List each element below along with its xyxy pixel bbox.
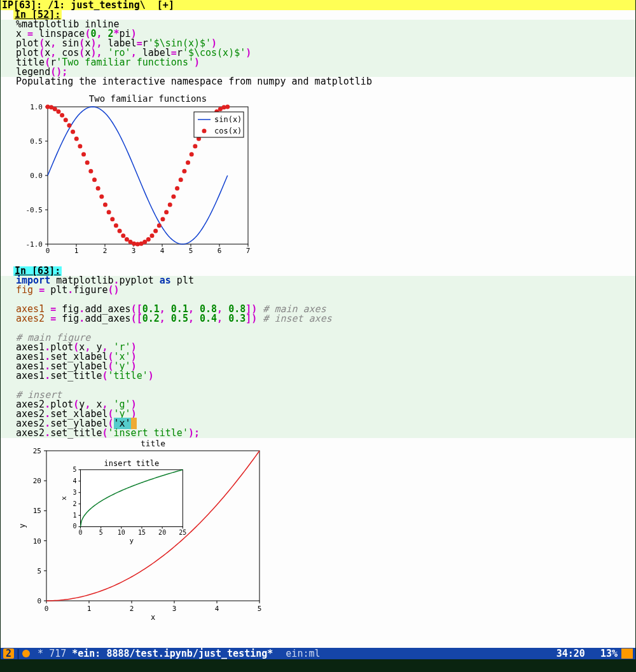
svg-text:4: 4 [73, 477, 76, 484]
svg-point-59 [157, 223, 162, 228]
svg-point-56 [146, 237, 151, 242]
svg-point-55 [142, 240, 147, 244]
scroll-percent: 13% [600, 648, 618, 659]
svg-text:cos(x): cos(x) [214, 127, 242, 135]
svg-point-40 [88, 169, 93, 174]
svg-text:0: 0 [73, 523, 76, 530]
svg-text:1: 1 [73, 512, 76, 519]
svg-point-78 [225, 105, 230, 109]
svg-text:2: 2 [130, 605, 134, 613]
svg-text:2: 2 [73, 500, 76, 507]
svg-point-34 [67, 123, 71, 128]
svg-text:sin(x): sin(x) [214, 115, 242, 124]
svg-rect-113 [81, 470, 183, 527]
svg-point-61 [164, 210, 169, 214]
svg-point-45 [107, 210, 111, 214]
status-dot-icon [22, 650, 30, 657]
mode-line: 2 | * 717 *ein: 8888/test.ipynb/just_tes… [1, 648, 635, 659]
svg-point-39 [85, 160, 90, 165]
svg-point-50 [125, 237, 129, 242]
svg-text:1: 1 [74, 247, 79, 255]
svg-text:10: 10 [118, 529, 125, 536]
svg-point-60 [160, 217, 165, 221]
svg-point-41 [92, 177, 97, 182]
svg-text:-0.5: -0.5 [26, 206, 43, 214]
svg-point-66 [182, 169, 186, 174]
svg-text:title: title [141, 439, 165, 448]
svg-text:5: 5 [99, 529, 103, 536]
svg-point-47 [114, 223, 118, 228]
svg-text:0.5: 0.5 [30, 137, 43, 146]
svg-text:5: 5 [73, 466, 76, 473]
svg-point-67 [186, 160, 190, 165]
code-cell-52[interactable]: %matplotlib inline x = linspace(0, 2*pi)… [1, 20, 635, 77]
svg-point-30 [53, 107, 57, 111]
chart-two-familiar-functions: Two familiar functions01234567-1.0-0.50.… [16, 93, 258, 258]
svg-point-82 [202, 129, 207, 134]
svg-point-35 [71, 130, 75, 134]
svg-point-49 [121, 233, 125, 238]
svg-text:y: y [130, 537, 134, 545]
figure-output-2: title0123450510152025xyinsert title05101… [1, 438, 635, 631]
svg-point-48 [118, 229, 122, 233]
status-block-icon [621, 648, 633, 659]
svg-text:4: 4 [215, 605, 219, 613]
svg-point-58 [153, 229, 158, 233]
figure-output-1: Two familiar functions01234567-1.0-0.50.… [1, 86, 635, 266]
emacs-window: IP[63]: /1: just_testing\ [+] In [52]: %… [1, 0, 635, 659]
svg-point-65 [179, 177, 183, 182]
svg-point-36 [74, 137, 79, 141]
svg-text:x: x [60, 496, 69, 500]
cursor-position: 34:20 [556, 648, 585, 659]
line-count: 717 [49, 648, 66, 659]
svg-text:25: 25 [179, 529, 186, 536]
svg-text:0: 0 [46, 247, 50, 255]
svg-point-62 [168, 202, 172, 207]
svg-text:3: 3 [132, 247, 136, 255]
svg-text:20: 20 [158, 529, 166, 536]
svg-text:3: 3 [172, 605, 177, 613]
svg-text:3: 3 [73, 489, 76, 496]
svg-text:5: 5 [258, 605, 262, 613]
svg-point-38 [81, 152, 86, 156]
svg-point-32 [60, 113, 64, 118]
svg-point-68 [190, 152, 194, 156]
svg-point-69 [193, 144, 197, 149]
svg-point-46 [110, 217, 114, 221]
svg-text:insert title: insert title [104, 459, 160, 468]
svg-text:5: 5 [189, 247, 193, 255]
svg-text:0: 0 [78, 529, 82, 536]
chart-title-inset: title0123450510152025xyinsert title05101… [16, 438, 267, 622]
svg-point-63 [171, 195, 176, 199]
svg-text:4: 4 [160, 247, 165, 255]
svg-text:6: 6 [218, 247, 222, 255]
svg-text:Two familiar functions: Two familiar functions [89, 93, 207, 104]
svg-text:0.0: 0.0 [30, 172, 43, 180]
modified-star: * [38, 648, 43, 659]
svg-text:7: 7 [246, 247, 251, 255]
svg-text:0: 0 [37, 597, 41, 605]
svg-point-64 [175, 186, 179, 191]
svg-text:10: 10 [33, 537, 41, 545]
svg-point-44 [103, 202, 107, 207]
svg-text:15: 15 [138, 529, 146, 536]
svg-text:2: 2 [103, 247, 107, 255]
svg-text:20: 20 [33, 477, 41, 485]
buffer-name[interactable]: *ein: 8888/test.ipynb/just_testing* [72, 648, 273, 659]
svg-text:x: x [151, 613, 155, 622]
svg-point-33 [64, 118, 68, 122]
code-cell-63[interactable]: import matplotlib.pyplot as plt fig = pl… [1, 276, 635, 438]
svg-text:15: 15 [33, 507, 41, 515]
svg-point-57 [149, 233, 154, 238]
svg-point-43 [99, 195, 104, 199]
title-bar: IP[63]: /1: just_testing\ [+] [1, 0, 635, 10]
stdout-cell-52: Populating the interactive namespace fro… [1, 77, 635, 86]
workspace-indicator[interactable]: 2 [3, 648, 14, 659]
svg-text:1.0: 1.0 [30, 103, 43, 111]
svg-text:y: y [18, 523, 27, 528]
svg-text:1: 1 [87, 605, 92, 613]
svg-text:0: 0 [45, 605, 49, 613]
notebook-buffer[interactable]: In [52]: %matplotlib inline x = linspace… [1, 10, 635, 648]
svg-text:5: 5 [37, 567, 41, 575]
svg-text:-1.0: -1.0 [26, 240, 43, 249]
